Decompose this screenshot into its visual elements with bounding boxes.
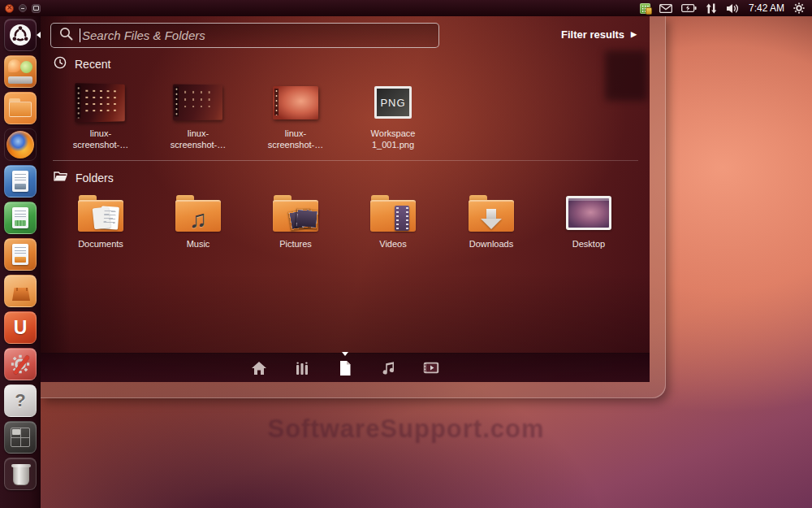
- folder-item-label: Desktop: [553, 239, 624, 250]
- documents-folder-icon: [78, 195, 123, 232]
- firefox-icon: [6, 131, 34, 158]
- screenshot-thumbnail: [273, 86, 318, 119]
- dash-home-button[interactable]: [4, 19, 37, 51]
- ubuntu-logo-icon: [10, 24, 31, 46]
- music-folder-icon: ♫: [175, 195, 221, 232]
- watermark-text: SoftwareSupport.com: [138, 415, 674, 444]
- video-lens-icon[interactable]: [421, 358, 441, 378]
- dash-content: Filter results ▶ Recent linux-screenshot…: [41, 16, 650, 382]
- filter-results-button[interactable]: Filter results ▶: [561, 28, 637, 41]
- launcher-item-ubuntu-one[interactable]: U: [4, 311, 37, 344]
- recent-item-label: linux-screenshot-…: [65, 128, 136, 151]
- search-input[interactable]: [82, 28, 430, 42]
- folder-item-label: Videos: [357, 239, 429, 250]
- indicator-area: 7:42 AM: [640, 2, 812, 14]
- folder-item-videos[interactable]: Videos: [348, 190, 438, 250]
- launcher-item-help[interactable]: ?: [4, 384, 37, 417]
- close-button[interactable]: ✕: [5, 4, 14, 13]
- applications-lens-icon[interactable]: [292, 358, 312, 378]
- clock-icon: [54, 56, 67, 72]
- background-window-blur: [605, 50, 647, 101]
- keyboard-lock-indicator-icon[interactable]: [640, 3, 650, 14]
- folder-item-desktop[interactable]: Desktop: [544, 190, 633, 250]
- recent-item[interactable]: PNG Workspace 1_001.png: [348, 80, 438, 151]
- videos-folder-icon: [370, 195, 416, 232]
- recent-item-label: linux-screenshot-…: [162, 128, 234, 151]
- folder-item-pictures[interactable]: Pictures: [251, 190, 340, 250]
- launcher-item-libreoffice-writer[interactable]: [4, 165, 37, 198]
- window-controls: ✕: [5, 4, 41, 13]
- downloads-folder-icon: [469, 195, 514, 232]
- recent-item-label: linux-screenshot-…: [260, 128, 331, 151]
- music-lens-icon[interactable]: [378, 358, 398, 378]
- dash-panel: Filter results ▶ Recent linux-screenshot…: [41, 16, 666, 398]
- session-menu-gear-icon[interactable]: [793, 2, 805, 14]
- folder-icon: [54, 171, 67, 185]
- folder-item-downloads[interactable]: Downloads: [447, 190, 536, 250]
- home-lens-icon[interactable]: [249, 358, 269, 378]
- search-bar[interactable]: [50, 23, 439, 48]
- unity-launcher: U ?: [0, 16, 41, 508]
- launcher-item-firefox[interactable]: [4, 128, 37, 161]
- folder-item-label: Pictures: [260, 239, 331, 250]
- recent-item[interactable]: linux-screenshot-…: [251, 80, 340, 151]
- music-note-glyph: ♫: [189, 207, 208, 232]
- recent-item-label: Workspace 1_001.png: [357, 128, 429, 151]
- recent-section-header: Recent: [54, 56, 110, 72]
- messaging-menu-icon[interactable]: [659, 4, 672, 13]
- lens-bar: [41, 353, 650, 382]
- launcher-item-file-manager[interactable]: [4, 92, 37, 124]
- text-caret: [80, 28, 80, 42]
- folder-item-label: Documents: [65, 239, 136, 250]
- recent-item[interactable]: linux-screenshot-…: [153, 80, 243, 151]
- files-lens-icon[interactable]: [335, 358, 355, 378]
- launcher-item-libreoffice-calc[interactable]: [4, 202, 37, 234]
- network-indicator-icon[interactable]: [706, 3, 717, 14]
- desktop-monitor-icon: [566, 196, 611, 230]
- folders-section-header: Folders: [54, 171, 114, 185]
- volume-indicator-icon[interactable]: [726, 3, 740, 14]
- launcher-item-workspace-switcher[interactable]: [4, 421, 37, 454]
- filter-expand-arrow-icon: ▶: [631, 31, 637, 38]
- recent-item[interactable]: linux-screenshot-…: [56, 80, 145, 151]
- top-panel: ✕ 7:42 AM: [0, 0, 812, 16]
- section-separator: [53, 160, 638, 161]
- png-file-thumbnail: PNG: [374, 86, 412, 119]
- question-mark-icon: ?: [15, 390, 25, 411]
- screenshot-thumbnail: [173, 85, 222, 121]
- launcher-item-trash[interactable]: [4, 458, 37, 490]
- active-app-arrow-icon: [37, 32, 41, 38]
- trash-bin-icon: [13, 464, 29, 485]
- minimize-button[interactable]: [19, 4, 27, 12]
- folders-section-title: Folders: [76, 172, 114, 185]
- battery-indicator-icon[interactable]: [681, 4, 697, 12]
- search-icon: [59, 27, 73, 44]
- pictures-folder-icon: [273, 195, 318, 232]
- maximize-button[interactable]: [32, 4, 41, 13]
- launcher-item-libreoffice-impress[interactable]: [4, 238, 37, 271]
- folder-item-documents[interactable]: Documents: [56, 190, 145, 250]
- shopping-bag-icon: [12, 288, 30, 301]
- launcher-item-software-center[interactable]: [4, 275, 37, 307]
- launcher-item-home-folder[interactable]: [4, 55, 37, 88]
- recent-section-title: Recent: [75, 58, 110, 71]
- launcher-item-system-settings[interactable]: [4, 348, 37, 380]
- ubuntu-desktop: SoftwareSupport.com Filter results ▶: [0, 0, 812, 508]
- ubuntu-one-letter: U: [14, 319, 28, 337]
- folder-item-music[interactable]: ♫ Music: [153, 190, 243, 250]
- folder-item-label: Music: [162, 239, 234, 250]
- folder-item-label: Downloads: [456, 239, 527, 250]
- filter-results-label: Filter results: [561, 28, 624, 41]
- screenshot-thumbnail: [75, 83, 125, 123]
- clock-menu[interactable]: 7:42 AM: [749, 2, 784, 14]
